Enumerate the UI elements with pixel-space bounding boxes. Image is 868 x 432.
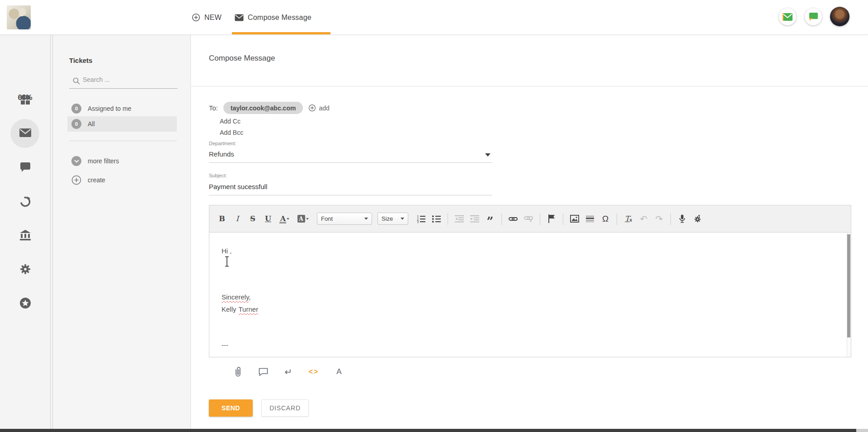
filter-all[interactable]: 0 All <box>67 116 177 132</box>
strikethrough-button[interactable]: S <box>246 213 259 225</box>
plus-circle-icon <box>71 175 81 185</box>
editor-scrollbar[interactable] <box>847 233 851 357</box>
message-body-editor[interactable]: Hi , Sincerely, KellyTurner --- To get t… <box>209 233 851 357</box>
redo-button[interactable]: ↷ <box>653 213 665 225</box>
subject-input[interactable] <box>209 183 492 190</box>
text-color-button[interactable]: A <box>277 213 292 225</box>
tab-compose-message[interactable]: Compose Message <box>235 0 311 35</box>
ordered-list-button[interactable]: 1 2 3 <box>415 213 427 225</box>
remove-format-sub-glyph: x <box>630 218 632 223</box>
special-char-button[interactable]: Ω <box>599 213 612 225</box>
nav-rail: 63% <box>0 35 50 429</box>
filter-assigned-to-me[interactable]: 0 Assigned to me <box>67 101 177 116</box>
tab-new[interactable]: NEW <box>192 0 222 35</box>
top-bar: NEW Compose Message <box>0 0 868 35</box>
anchor-flag-button[interactable] <box>545 213 558 225</box>
omega-glyph: Ω <box>602 214 609 224</box>
outdent-button[interactable] <box>453 213 466 225</box>
nav-favorites[interactable] <box>0 297 50 309</box>
editor-scrollbar-thumb[interactable] <box>847 234 850 337</box>
font-size-select[interactable]: Size <box>377 213 408 225</box>
nav-tickets-mail[interactable] <box>0 128 50 138</box>
bold-glyph: B <box>219 214 225 223</box>
toolbar-separator <box>501 213 502 225</box>
user-avatar[interactable] <box>830 7 849 26</box>
editor-settings-button[interactable] <box>691 213 704 225</box>
horizontal-rule-button[interactable] <box>584 213 596 225</box>
dashboard-grid-icon <box>19 94 31 106</box>
nav-dashboard[interactable] <box>0 94 50 106</box>
code-glyph: <> <box>309 368 319 376</box>
more-filters-button[interactable]: more filters <box>71 156 119 166</box>
footer-suffix: , it should bring you here, follow the l… <box>327 356 446 357</box>
undo-button[interactable]: ↶ <box>637 213 650 225</box>
add-cc-button[interactable]: Add Cc <box>220 118 241 125</box>
plus-circle-icon <box>308 104 316 112</box>
indent-button[interactable] <box>468 213 481 225</box>
chat-notification-button[interactable] <box>805 8 822 25</box>
envelope-icon <box>235 14 244 21</box>
mail-icon <box>19 128 32 138</box>
attach-file-button[interactable] <box>231 365 245 379</box>
font-select-label: Font <box>321 215 333 222</box>
color-bar <box>279 222 286 223</box>
dictation-button[interactable] <box>676 213 689 225</box>
add-label: add <box>319 104 329 112</box>
refresh-circle-icon <box>19 196 31 208</box>
tab-compose-label: Compose Message <box>248 14 311 22</box>
mail-notification-button[interactable] <box>779 8 796 25</box>
footer-link[interactable]: this link <box>304 356 327 357</box>
body-closing: Sincerely, <box>222 293 251 301</box>
recipient-chip[interactable]: taylor.cook@abc.com <box>223 102 303 114</box>
to-row: To: taylor.cook@abc.com add <box>209 102 330 114</box>
ordered-list-icon: 1 2 3 <box>416 215 425 223</box>
discard-button[interactable]: DISCARD <box>261 399 309 417</box>
bg-color-glyph: A <box>297 215 305 223</box>
search-input[interactable] <box>83 76 173 83</box>
outdent-icon <box>455 215 464 223</box>
caret-down-icon <box>306 218 309 220</box>
link-button[interactable] <box>507 213 519 225</box>
chevron-down-icon <box>71 156 81 166</box>
blockquote-button[interactable]: ” <box>484 213 496 225</box>
count-badge: 0 <box>71 119 81 129</box>
nav-settings[interactable] <box>0 263 50 275</box>
underline-button[interactable]: U <box>262 213 274 225</box>
undo-arrow-glyph: ↶ <box>640 214 648 224</box>
source-code-button[interactable]: <> <box>307 365 321 379</box>
bullet-list-button[interactable] <box>430 213 443 225</box>
link-icon <box>509 216 518 222</box>
bold-button[interactable]: B <box>216 213 228 225</box>
editor-toolbar: B I S U A A Font Size <box>209 205 851 233</box>
closing-comma: , <box>249 293 251 301</box>
insert-reply-button[interactable]: ↵ <box>282 365 295 379</box>
nav-organizations[interactable] <box>0 230 50 241</box>
redo-arrow-glyph: ↷ <box>656 214 663 224</box>
nav-chat[interactable] <box>0 162 50 172</box>
create-button[interactable]: create <box>71 175 105 185</box>
indent-icon <box>470 215 479 223</box>
remove-format-button[interactable]: T x <box>622 213 635 225</box>
green-envelope-icon <box>782 13 793 21</box>
body-greeting: Hi , <box>222 247 232 255</box>
caret-down-icon <box>401 218 404 220</box>
italic-button[interactable]: I <box>231 213 244 225</box>
more-filters-label: more filters <box>88 157 119 165</box>
department-select[interactable]: Refunds <box>209 150 492 158</box>
add-bcc-button[interactable]: Add Bcc <box>220 129 243 136</box>
insert-image-button[interactable] <box>568 213 581 225</box>
app-logo[interactable] <box>7 5 31 29</box>
background-color-button[interactable]: A <box>295 213 311 225</box>
nav-activity[interactable] <box>0 196 50 208</box>
scrollbar-corner <box>856 429 868 432</box>
add-recipient-button[interactable]: add <box>308 104 329 112</box>
tab-new-label: NEW <box>204 14 222 22</box>
font-family-select[interactable]: Font <box>317 213 372 225</box>
header-divider <box>191 86 868 86</box>
tickets-sidebar: Tickets 0 Assigned to me 0 All more filt… <box>53 35 191 429</box>
unlink-button[interactable] <box>522 213 535 225</box>
canned-response-button[interactable] <box>256 365 270 379</box>
send-button[interactable]: SEND <box>209 399 253 417</box>
text-format-button[interactable]: A <box>332 365 346 379</box>
paperclip-icon <box>235 367 241 377</box>
